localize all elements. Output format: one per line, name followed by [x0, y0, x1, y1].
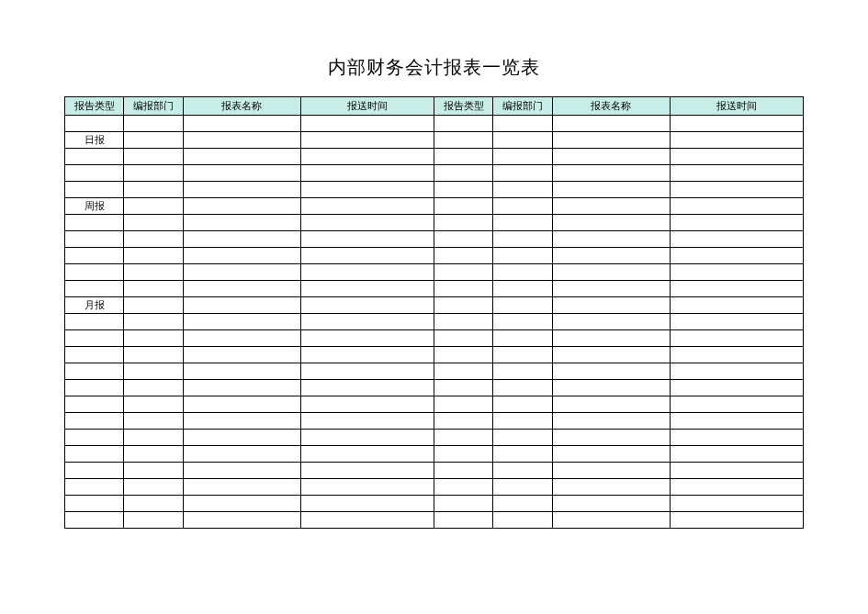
cell-type: [65, 149, 124, 165]
header-report-name-1: 报表名称: [183, 97, 301, 116]
cell: [434, 330, 492, 347]
cell: [671, 149, 804, 165]
table-row: [65, 413, 804, 430]
cell-type: [65, 363, 124, 380]
cell: [671, 380, 804, 396]
cell: [493, 347, 552, 363]
cell: [124, 446, 183, 463]
cell: [301, 264, 434, 281]
cell: [671, 248, 804, 264]
cell: [301, 116, 434, 132]
cell: [671, 446, 804, 463]
cell: [124, 116, 183, 132]
cell: [493, 330, 552, 347]
table-row: [65, 363, 804, 380]
table-body: 日报 周报 月报: [65, 116, 804, 529]
cell: [552, 116, 671, 132]
cell-type: [65, 182, 124, 198]
cell: [434, 198, 492, 215]
table-row: [65, 430, 804, 446]
cell: [671, 165, 804, 182]
cell: [493, 198, 552, 215]
cell: [183, 149, 301, 165]
cell: [671, 347, 804, 363]
cell: [493, 314, 552, 330]
cell-type: [65, 512, 124, 529]
cell: [434, 413, 492, 430]
cell: [301, 231, 434, 248]
cell: [493, 264, 552, 281]
header-send-time-1: 报送时间: [301, 97, 434, 116]
cell: [671, 463, 804, 479]
cell-type: [65, 446, 124, 463]
cell-type: [65, 413, 124, 430]
cell: [301, 198, 434, 215]
cell: [493, 231, 552, 248]
cell: [301, 363, 434, 380]
cell: [552, 512, 671, 529]
cell: [183, 231, 301, 248]
cell: [671, 413, 804, 430]
cell: [124, 380, 183, 396]
cell: [493, 132, 552, 149]
cell: [301, 446, 434, 463]
cell: [434, 430, 492, 446]
cell: [301, 430, 434, 446]
cell: [124, 479, 183, 496]
table-row: [65, 380, 804, 396]
table-header-row: 报告类型 编报部门 报表名称 报送时间 报告类型 编报部门 报表名称 报送时间: [65, 97, 804, 116]
cell-type: [65, 463, 124, 479]
cell: [671, 281, 804, 297]
cell: [552, 264, 671, 281]
table-row: 日报: [65, 132, 804, 149]
cell-type: [65, 116, 124, 132]
cell: [671, 116, 804, 132]
cell: [183, 396, 301, 413]
cell: [301, 396, 434, 413]
cell: [183, 446, 301, 463]
cell: [552, 479, 671, 496]
cell-type: [65, 281, 124, 297]
cell: [434, 463, 492, 479]
cell: [434, 496, 492, 512]
cell: [124, 248, 183, 264]
cell: [493, 413, 552, 430]
cell: [124, 463, 183, 479]
cell: [552, 132, 671, 149]
cell: [434, 314, 492, 330]
cell: [301, 413, 434, 430]
cell: [183, 264, 301, 281]
cell: [671, 264, 804, 281]
cell: [552, 248, 671, 264]
cell: [124, 496, 183, 512]
table-row: [65, 231, 804, 248]
cell: [183, 248, 301, 264]
cell: [124, 396, 183, 413]
cell: [493, 182, 552, 198]
report-table: 报告类型 编报部门 报表名称 报送时间 报告类型 编报部门 报表名称 报送时间 …: [64, 96, 804, 529]
cell: [671, 314, 804, 330]
cell: [493, 446, 552, 463]
cell: [124, 347, 183, 363]
header-send-time-2: 报送时间: [671, 97, 804, 116]
table-row: [65, 149, 804, 165]
cell: [434, 215, 492, 231]
cell: [671, 496, 804, 512]
cell: [124, 165, 183, 182]
cell: [552, 182, 671, 198]
table-row: 周报: [65, 198, 804, 215]
cell: [301, 165, 434, 182]
cell: [124, 215, 183, 231]
cell: [183, 314, 301, 330]
table-row: [65, 479, 804, 496]
cell: [671, 182, 804, 198]
cell: [183, 363, 301, 380]
cell: [124, 430, 183, 446]
cell: [124, 182, 183, 198]
cell: [301, 182, 434, 198]
table-row: [65, 264, 804, 281]
cell: [183, 281, 301, 297]
cell: [552, 446, 671, 463]
cell: [434, 149, 492, 165]
cell: [434, 363, 492, 380]
